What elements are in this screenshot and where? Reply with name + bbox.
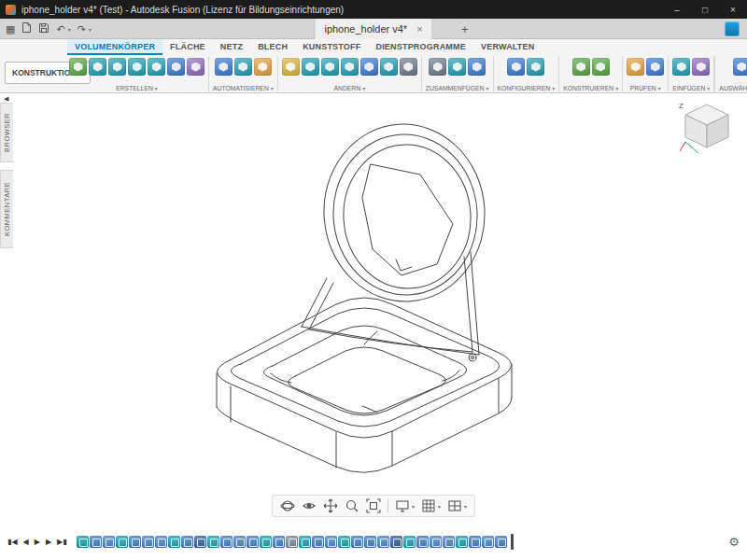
ribbon-group-label[interactable]: KONSTRUIEREN ▾ [563, 85, 618, 92]
display-settings-icon[interactable]: ▾ [395, 498, 415, 513]
draft-icon[interactable] [341, 58, 359, 76]
extrude-feature[interactable] [181, 536, 193, 548]
step-forward-button[interactable]: ▶ [46, 538, 51, 546]
sketch-feature[interactable] [116, 536, 128, 548]
ribbon-group-label[interactable]: PRÜFEN ▾ [627, 85, 664, 92]
extrude-feature[interactable] [364, 536, 376, 548]
fillet-feature[interactable] [142, 536, 154, 548]
save-icon[interactable] [38, 21, 49, 37]
loft-icon[interactable] [148, 58, 165, 76]
ribbon-group-label[interactable]: EINFÜGEN ▾ [672, 85, 710, 92]
orbit-icon[interactable] [280, 498, 295, 513]
joint-icon[interactable] [448, 58, 466, 76]
viewport-canvas[interactable]: ◀ BROWSER KOMMENTARE [0, 93, 747, 523]
grid-settings-icon[interactable]: ▾ [421, 498, 441, 513]
combine-feature[interactable] [194, 536, 206, 548]
ribbon-tab[interactable]: FLÄCHE [162, 39, 213, 55]
undo-icon[interactable]: ↶ [56, 24, 64, 35]
data-panel-icon[interactable]: ▦ [6, 24, 15, 35]
extrude-feature[interactable] [469, 536, 481, 548]
create-form-icon[interactable] [187, 58, 204, 76]
extrude-feature[interactable] [351, 536, 363, 548]
sketch-feature[interactable] [207, 536, 219, 548]
fillet-feature[interactable] [155, 536, 167, 548]
pattern-icon[interactable] [167, 58, 185, 76]
sketch-feature[interactable] [260, 536, 272, 548]
section-analysis-icon[interactable] [646, 58, 664, 76]
fillet-feature[interactable] [482, 536, 494, 548]
automated-modeling-icon[interactable] [254, 58, 272, 76]
maximize-button[interactable]: □ [691, 0, 719, 19]
fit-icon[interactable] [366, 498, 381, 513]
insert-mesh-icon[interactable] [692, 58, 710, 76]
shell-feature[interactable] [247, 536, 259, 548]
ribbon-tab[interactable]: VOLUMENKÖRPER [67, 39, 162, 55]
ribbon-group-label[interactable]: AUSWÄHLEN ▾ [719, 85, 747, 92]
ribbon-tab[interactable]: VERWALTEN [473, 39, 542, 55]
fillet-feature[interactable] [430, 536, 442, 548]
select-icon[interactable] [733, 58, 747, 76]
combine-icon[interactable] [360, 58, 378, 76]
minimize-button[interactable]: – [663, 0, 691, 19]
extrude-feature[interactable] [220, 536, 233, 548]
create-sketch-icon[interactable] [69, 58, 87, 76]
ribbon-group-label[interactable]: AUTOMATISIEREN ▾ [213, 85, 274, 92]
new-tab-button[interactable]: + [456, 19, 474, 39]
measure-icon[interactable] [627, 58, 644, 76]
step-back-button[interactable]: ◀ [23, 538, 29, 546]
extrude-feature[interactable] [129, 536, 141, 548]
ribbon-tab[interactable]: BLECH [250, 39, 295, 55]
generative-design-icon[interactable] [234, 58, 252, 76]
look-at-icon[interactable] [302, 498, 317, 513]
new-component-icon[interactable] [429, 58, 446, 76]
go-to-end-button[interactable]: ▶▮ [57, 538, 67, 546]
sweep-icon[interactable] [128, 58, 146, 76]
profile-badge[interactable] [725, 21, 740, 36]
ribbon-group-label[interactable]: ÄNDERN ▾ [282, 85, 417, 92]
fillet-feature[interactable] [443, 536, 455, 548]
revolve-icon[interactable] [108, 58, 126, 76]
configuration-table-icon[interactable] [527, 58, 544, 76]
close-tab-icon[interactable]: × [416, 23, 422, 35]
redo-icon[interactable]: ↷ [78, 24, 86, 35]
file-menu-icon[interactable] [21, 21, 32, 37]
mirror-feature[interactable] [286, 536, 298, 548]
combine-feature[interactable] [390, 536, 402, 548]
fillet-icon[interactable] [302, 58, 319, 76]
fillet-feature[interactable] [377, 536, 389, 548]
ribbon-tab[interactable]: KUNSTSTOFF [295, 39, 368, 55]
fillet-feature[interactable] [103, 536, 115, 548]
fillet-feature[interactable] [233, 536, 246, 548]
zoom-icon[interactable] [345, 498, 359, 513]
ribbon-tab[interactable]: NETZ [213, 39, 250, 55]
play-button[interactable]: ▶ [35, 538, 40, 546]
close-button[interactable]: × [719, 0, 747, 19]
construction-axis-icon[interactable] [592, 58, 610, 76]
ribbon-group-label[interactable]: KONFIGURIEREN ▾ [498, 85, 556, 92]
shell-icon[interactable] [321, 58, 339, 76]
settings-gear-icon[interactable]: ⚙ [728, 535, 740, 549]
ribbon-tab[interactable]: DIENSTPROGRAMME [368, 39, 473, 55]
extrude-feature[interactable] [416, 536, 429, 548]
sketch-feature[interactable] [77, 536, 89, 548]
configuration-icon[interactable] [507, 58, 525, 76]
pan-icon[interactable] [323, 498, 338, 513]
scripts-icon[interactable] [215, 58, 233, 76]
chevron-down-icon[interactable]: ▾ [89, 26, 92, 33]
extrude-feature[interactable] [312, 536, 324, 548]
extrude-feature[interactable] [273, 536, 285, 548]
viewports-icon[interactable]: ▾ [447, 498, 467, 513]
timeline-position-marker[interactable] [511, 534, 514, 550]
fillet-feature[interactable] [325, 536, 337, 548]
extrude-feature[interactable] [90, 536, 102, 548]
model-wireframe[interactable] [0, 93, 747, 523]
move-copy-icon[interactable] [400, 58, 417, 76]
sketch-feature[interactable] [456, 536, 468, 548]
press-pull-icon[interactable] [282, 58, 300, 76]
extrude-icon[interactable] [89, 58, 106, 76]
sketch-feature[interactable] [168, 536, 180, 548]
view-cube[interactable]: Z [678, 99, 736, 157]
extrude-feature[interactable] [495, 536, 507, 548]
sketch-feature[interactable] [299, 536, 311, 548]
chevron-down-icon[interactable]: ▾ [68, 26, 71, 33]
